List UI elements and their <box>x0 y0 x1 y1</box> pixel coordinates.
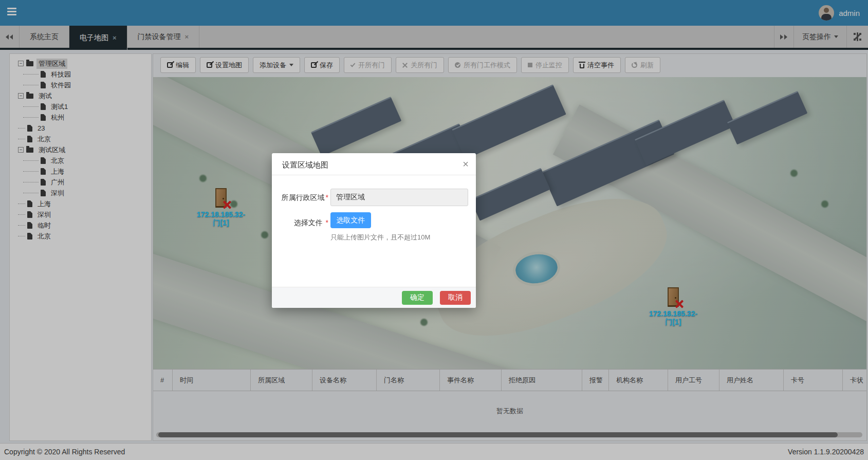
field-label: 所属行政区域* <box>272 189 328 206</box>
required-asterisk: * <box>326 218 328 227</box>
dialog-body: 所属行政区域* 选择文件 * 选取文件 只能上传图片文件，且不超过10M <box>272 175 476 242</box>
dialog-footer: 确定 取消 <box>272 287 476 308</box>
select-file-button[interactable]: 选取文件 <box>330 212 371 228</box>
confirm-button[interactable]: 确定 <box>402 291 433 305</box>
field-label: 选择文件 * <box>272 212 328 242</box>
close-icon[interactable]: × <box>463 157 469 171</box>
dialog-title: 设置区域地图 <box>282 160 328 169</box>
cancel-button[interactable]: 取消 <box>440 291 471 305</box>
admin-region-input[interactable] <box>330 189 468 206</box>
required-asterisk: * <box>326 193 328 201</box>
set-region-map-dialog: 设置区域地图 × 所属行政区域* 选择文件 * 选取文件 只能上传图片文件，且不… <box>272 153 476 308</box>
upload-hint-text: 只能上传图片文件，且不超过10M <box>330 233 430 242</box>
dialog-header: 设置区域地图 × <box>272 153 476 175</box>
